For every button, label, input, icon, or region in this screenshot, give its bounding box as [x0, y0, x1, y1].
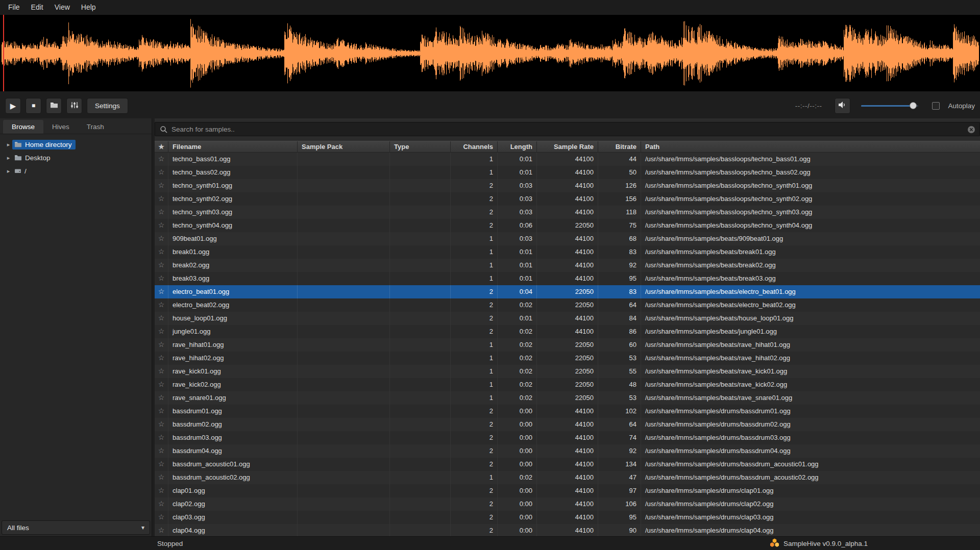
table-row[interactable]: ☆rave_kick02.ogg10:022205048/usr/share/l…	[155, 378, 980, 391]
table-row[interactable]: ☆clap04.ogg20:004410090/usr/share/lmms/s…	[155, 524, 980, 536]
table-row[interactable]: ☆break02.ogg10:014410092/usr/share/lmms/…	[155, 259, 980, 272]
menu-file[interactable]: File	[3, 1, 26, 13]
table-row[interactable]: ☆break03.ogg10:014410095/usr/share/lmms/…	[155, 272, 980, 285]
mute-button[interactable]	[835, 98, 850, 114]
column-header-sample-pack[interactable]: Sample Pack	[298, 141, 390, 152]
table-row[interactable]: ☆jungle01.ogg20:024410086/usr/share/lmms…	[155, 325, 980, 338]
column-header-path[interactable]: Path	[641, 141, 980, 152]
menu-help[interactable]: Help	[76, 1, 102, 13]
tab-browse[interactable]: Browse	[3, 120, 43, 134]
column-header-filename[interactable]: Filename	[168, 141, 298, 152]
favorite-star-icon[interactable]: ☆	[158, 274, 165, 282]
favorite-star-icon[interactable]: ☆	[158, 314, 165, 322]
column-header-channels[interactable]: Channels	[451, 141, 498, 152]
favorite-star-icon[interactable]: ☆	[158, 155, 165, 163]
tab-hives[interactable]: Hives	[43, 120, 78, 134]
column-header-favorite[interactable]: ★	[155, 141, 168, 152]
autoplay-checkbox[interactable]	[932, 102, 940, 110]
favorite-star-icon[interactable]: ☆	[158, 221, 165, 229]
expander-icon[interactable]: ▸	[5, 168, 12, 174]
settings-button[interactable]: Settings	[87, 98, 128, 114]
tree-item[interactable]: ▸Home directory	[0, 138, 152, 151]
expander-icon[interactable]: ▸	[5, 155, 12, 161]
table-row[interactable]: ☆techno_synth04.ogg20:062205075/usr/shar…	[155, 219, 980, 232]
play-button[interactable]: ▶	[5, 98, 21, 114]
table-row[interactable]: ☆house_loop01.ogg20:014410084/usr/share/…	[155, 312, 980, 325]
table-row[interactable]: ☆bassdrum04.ogg20:004410092/usr/share/lm…	[155, 444, 980, 458]
table-row[interactable]: ☆rave_snare01.ogg10:022205053/usr/share/…	[155, 391, 980, 405]
cell-channels: 2	[451, 325, 498, 338]
waveform-display[interactable]	[0, 15, 980, 91]
table-row[interactable]: ☆techno_synth02.ogg20:0344100156/usr/sha…	[155, 192, 980, 206]
favorite-star-icon[interactable]: ☆	[158, 194, 165, 203]
column-header-length[interactable]: Length	[498, 141, 537, 152]
cell-length: 0:06	[498, 219, 537, 232]
favorite-star-icon[interactable]: ☆	[158, 460, 165, 468]
favorite-star-icon[interactable]: ☆	[158, 367, 165, 375]
cell-filename: bassdrum01.ogg	[168, 405, 298, 418]
favorite-star-icon[interactable]: ☆	[158, 354, 165, 362]
favorite-star-icon[interactable]: ☆	[158, 287, 165, 295]
clear-search-icon[interactable]	[967, 126, 975, 135]
favorite-star-icon[interactable]: ☆	[158, 486, 165, 494]
volume-slider[interactable]	[861, 101, 918, 110]
table-row[interactable]: ☆bassdrum03.ogg20:004410074/usr/share/lm…	[155, 431, 980, 444]
favorite-star-icon[interactable]: ☆	[158, 513, 165, 521]
table-row[interactable]: ☆bassdrum02.ogg20:004410064/usr/share/lm…	[155, 418, 980, 431]
table-row[interactable]: ☆electro_beat01.ogg20:042205083/usr/shar…	[155, 285, 980, 298]
column-header-bitrate[interactable]: Bitrate	[598, 141, 641, 152]
table-row[interactable]: ☆break01.ogg10:014410083/usr/share/lmms/…	[155, 245, 980, 259]
favorite-star-icon[interactable]: ☆	[158, 327, 165, 335]
favorite-star-icon[interactable]: ☆	[158, 208, 165, 216]
tree-item[interactable]: ▸Desktop	[0, 151, 152, 164]
table-row[interactable]: ☆rave_kick01.ogg10:022205055/usr/share/l…	[155, 365, 980, 378]
table-row[interactable]: ☆techno_bass02.ogg10:014410050/usr/share…	[155, 166, 980, 179]
tree-item[interactable]: ▸/	[0, 164, 152, 178]
table-row[interactable]: ☆bassdrum01.ogg20:0044100102/usr/share/l…	[155, 405, 980, 418]
favorite-star-icon[interactable]: ☆	[158, 393, 165, 402]
table-row[interactable]: ☆clap03.ogg20:004410095/usr/share/lmms/s…	[155, 511, 980, 524]
favorite-star-icon[interactable]: ☆	[158, 433, 165, 441]
table-row[interactable]: ☆bassdrum_acoustic02.ogg10:024410047/usr…	[155, 471, 980, 484]
table-row[interactable]: ☆techno_synth01.ogg20:0344100126/usr/sha…	[155, 179, 980, 192]
favorite-star-icon[interactable]: ☆	[158, 526, 165, 534]
cell-channels: 1	[451, 378, 498, 391]
loop-button[interactable]	[46, 98, 62, 114]
table-row[interactable]: ☆clap01.ogg20:004410097/usr/share/lmms/s…	[155, 484, 980, 497]
volume-slider-knob[interactable]	[910, 102, 917, 109]
table-row[interactable]: ☆techno_bass01.ogg10:014410044/usr/share…	[155, 153, 980, 166]
table-row[interactable]: ☆rave_hihat02.ogg10:022205053/usr/share/…	[155, 352, 980, 365]
app-version-label: SampleHive v0.9.0_alpha.1	[783, 540, 868, 547]
favorite-star-icon[interactable]: ☆	[158, 261, 165, 269]
table-row[interactable]: ☆bassdrum_acoustic01.ogg20:0044100134/us…	[155, 458, 980, 471]
favorite-star-icon[interactable]: ☆	[158, 407, 165, 415]
column-header-type[interactable]: Type	[390, 141, 451, 152]
favorite-star-icon[interactable]: ☆	[158, 380, 165, 388]
cell-path: /usr/share/lmms/samples/drums/bassdrum03…	[641, 431, 980, 444]
table-row[interactable]: ☆clap02.ogg20:0044100106/usr/share/lmms/…	[155, 497, 980, 511]
favorite-star-icon[interactable]: ☆	[158, 168, 165, 176]
stop-button[interactable]: ■	[26, 98, 41, 114]
table-row[interactable]: ☆rave_hihat01.ogg10:022205060/usr/share/…	[155, 338, 980, 352]
favorite-star-icon[interactable]: ☆	[158, 181, 165, 189]
tab-trash[interactable]: Trash	[78, 120, 113, 134]
favorite-star-icon[interactable]: ☆	[158, 234, 165, 242]
favorite-star-icon[interactable]: ☆	[158, 446, 165, 455]
table-row[interactable]: ☆techno_synth03.ogg20:0344100118/usr/sha…	[155, 206, 980, 219]
menu-edit[interactable]: Edit	[26, 1, 49, 13]
menu-view[interactable]: View	[49, 1, 76, 13]
favorite-star-icon[interactable]: ☆	[158, 499, 165, 508]
file-filter-dropdown[interactable]: All files ▾	[2, 520, 150, 535]
cell-channels: 1	[451, 391, 498, 405]
table-row[interactable]: ☆electro_beat02.ogg20:022205064/usr/shar…	[155, 298, 980, 312]
mixer-button[interactable]	[66, 98, 82, 114]
expander-icon[interactable]: ▸	[5, 141, 12, 148]
favorite-star-icon[interactable]: ☆	[158, 473, 165, 481]
favorite-star-icon[interactable]: ☆	[158, 420, 165, 428]
favorite-star-icon[interactable]: ☆	[158, 247, 165, 256]
column-header-sample-rate[interactable]: Sample Rate	[537, 141, 598, 152]
favorite-star-icon[interactable]: ☆	[158, 301, 165, 309]
search-input[interactable]	[155, 122, 979, 136]
favorite-star-icon[interactable]: ☆	[158, 340, 165, 348]
table-row[interactable]: ☆909beat01.ogg10:034410068/usr/share/lmm…	[155, 232, 980, 245]
